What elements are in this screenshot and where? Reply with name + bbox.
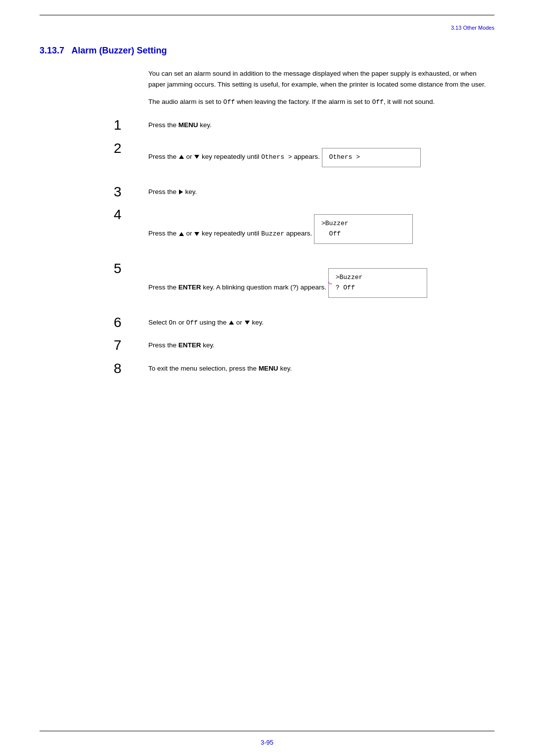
header-section: 3.13 Other Modes bbox=[40, 20, 494, 31]
steps-area: 1 Press the MENU key. 2 Press the or key… bbox=[148, 118, 494, 377]
header-section-ref: 3.13 Other Modes bbox=[451, 25, 494, 31]
step-4-number: 4 bbox=[114, 207, 143, 223]
step-4-content: Press the or key repeatedly until Buzzer… bbox=[148, 207, 494, 249]
step-6: 6 Select On or Off using the or key. bbox=[148, 315, 494, 331]
step-6-number: 6 bbox=[114, 315, 143, 331]
step-5-row: 5 Press the ENTER key. A blinking questi… bbox=[148, 261, 494, 303]
step-7-number: 7 bbox=[114, 338, 143, 353]
page-container: 3.13 Other Modes 3.13.7 Alarm (Buzzer) S… bbox=[0, 0, 534, 756]
step-7: 7 Press the ENTER key. bbox=[148, 338, 494, 353]
step-6-content: Select On or Off using the or key. bbox=[148, 315, 494, 329]
step-8: 8 To exit the menu selection, press the … bbox=[148, 361, 494, 377]
step-2-number: 2 bbox=[114, 141, 143, 156]
step-1-content: Press the MENU key. bbox=[148, 118, 494, 131]
step-3-content: Press the key. bbox=[148, 185, 494, 197]
step-5: 5 Press the ENTER key. A blinking questi… bbox=[148, 261, 494, 303]
menu-key-label-8: MENU bbox=[259, 365, 278, 372]
step-3: 3 Press the key. bbox=[148, 185, 494, 200]
section-heading: Alarm (Buzzer) Setting bbox=[71, 46, 167, 55]
triangle-right-icon bbox=[179, 189, 183, 194]
step-2-display-line1: Others > bbox=[329, 152, 413, 163]
step-7-content: Press the ENTER key. bbox=[148, 338, 494, 351]
step-2: 2 Press the or key repeatedly until Othe… bbox=[148, 141, 494, 172]
triangle-down-icon-4 bbox=[194, 232, 199, 236]
step-4-display-line1: >Buzzer bbox=[321, 219, 405, 229]
enter-key-label-7: ENTER bbox=[178, 341, 201, 349]
step-5-display-line1: >Buzzer bbox=[336, 273, 420, 283]
step-1: 1 Press the MENU key. bbox=[148, 118, 494, 133]
section-number: 3.13.7 bbox=[40, 46, 64, 55]
step-8-number: 8 bbox=[114, 361, 143, 377]
bottom-border bbox=[40, 731, 494, 731]
section-title: 3.13.7 Alarm (Buzzer) Setting bbox=[40, 46, 494, 56]
step-8-content: To exit the menu selection, press the ME… bbox=[148, 361, 494, 374]
step-2-row: 2 Press the or key repeatedly until Othe… bbox=[148, 141, 494, 172]
step-5-number: 5 bbox=[114, 261, 143, 277]
step-5-display: >Buzzer ? Off ⤷ bbox=[328, 268, 427, 298]
content-area: You can set an alarm sound in addition t… bbox=[40, 68, 494, 377]
step-4: 4 Press the or key repeatedly until Buzz… bbox=[148, 207, 494, 249]
intro-para1: You can set an alarm sound in addition t… bbox=[148, 68, 494, 90]
triangle-up-icon bbox=[179, 155, 184, 159]
triangle-down-icon-6 bbox=[245, 321, 250, 325]
intro-para2: The audio alarm is set to Off when leavi… bbox=[148, 96, 494, 108]
step-5-content: Press the ENTER key. A blinking question… bbox=[148, 261, 494, 303]
blink-marks: ⤷ bbox=[328, 281, 333, 286]
step-2-content: Press the or key repeatedly until Others… bbox=[148, 141, 494, 172]
step-4-display: >Buzzer Off bbox=[314, 214, 413, 244]
top-border bbox=[40, 15, 494, 15]
triangle-up-icon-6 bbox=[229, 321, 234, 325]
step-4-display-line2: Off bbox=[321, 229, 405, 239]
step-2-display: Others > bbox=[322, 148, 421, 167]
triangle-up-icon-4 bbox=[179, 232, 184, 236]
triangle-down-icon bbox=[194, 155, 199, 159]
menu-key-label: MENU bbox=[178, 121, 198, 129]
step-5-display-line2: ? Off bbox=[336, 283, 420, 293]
step-4-row: 4 Press the or key repeatedly until Buzz… bbox=[148, 207, 494, 249]
page-number: 3-95 bbox=[261, 739, 273, 746]
step-3-number: 3 bbox=[114, 185, 143, 200]
page-footer: 3-95 bbox=[0, 739, 534, 746]
step-1-number: 1 bbox=[114, 118, 143, 133]
enter-key-label-5: ENTER bbox=[178, 284, 201, 291]
